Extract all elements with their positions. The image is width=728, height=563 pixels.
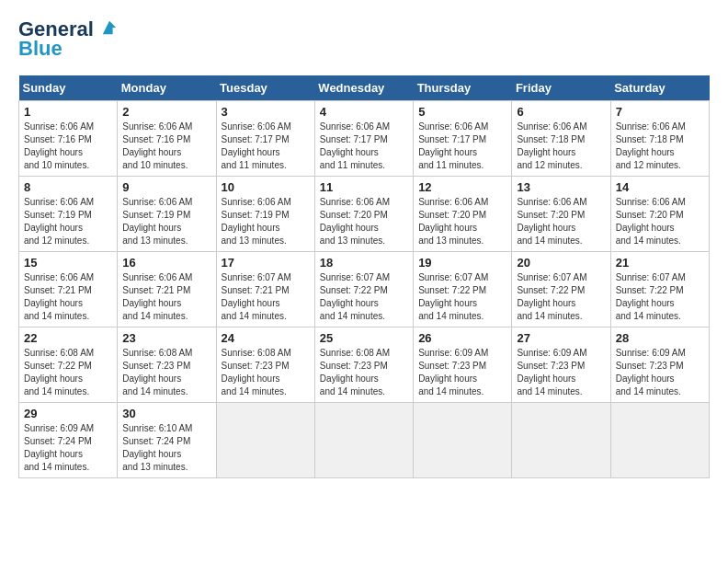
day-number: 27 [517,331,605,345]
calendar-cell: 21 Sunrise: 6:07 AM Sunset: 7:22 PM Dayl… [610,252,709,327]
calendar-cell: 25 Sunrise: 6:08 AM Sunset: 7:23 PM Dayl… [314,327,413,403]
day-info: Sunrise: 6:09 AM Sunset: 7:23 PM Dayligh… [616,347,704,398]
calendar-row-5: 29 Sunrise: 6:09 AM Sunset: 7:24 PM Dayl… [19,403,710,478]
day-number: 13 [517,180,605,194]
calendar-cell: 26 Sunrise: 6:09 AM Sunset: 7:23 PM Dayl… [414,327,512,403]
day-info: Sunrise: 6:07 AM Sunset: 7:22 PM Dayligh… [418,271,506,323]
calendar-cell: 29 Sunrise: 6:09 AM Sunset: 7:24 PM Dayl… [19,403,118,478]
day-info: Sunrise: 6:07 AM Sunset: 7:22 PM Dayligh… [616,271,704,323]
logo: General Blue [18,18,118,61]
logo-icon [101,19,118,36]
calendar-cell: 2 Sunrise: 6:06 AM Sunset: 7:16 PM Dayli… [118,101,216,177]
calendar-body: 1 Sunrise: 6:06 AM Sunset: 7:16 PM Dayli… [19,101,710,478]
calendar-cell: 16 Sunrise: 6:06 AM Sunset: 7:21 PM Dayl… [118,252,216,327]
day-info: Sunrise: 6:07 AM Sunset: 7:21 PM Dayligh… [222,271,310,323]
day-info: Sunrise: 6:06 AM Sunset: 7:20 PM Dayligh… [418,196,506,247]
calendar-cell: 19 Sunrise: 6:07 AM Sunset: 7:22 PM Dayl… [414,252,512,327]
weekday-saturday: Saturday [610,75,709,101]
day-number: 17 [222,256,310,270]
calendar-cell: 15 Sunrise: 6:06 AM Sunset: 7:21 PM Dayl… [19,252,118,327]
calendar-row-1: 1 Sunrise: 6:06 AM Sunset: 7:16 PM Dayli… [19,101,710,177]
day-number: 1 [24,105,112,119]
calendar-cell: 7 Sunrise: 6:06 AM Sunset: 7:18 PM Dayli… [610,101,709,177]
day-number: 20 [517,256,605,270]
calendar-cell: 27 Sunrise: 6:09 AM Sunset: 7:23 PM Dayl… [512,327,610,403]
day-info: Sunrise: 6:06 AM Sunset: 7:17 PM Dayligh… [320,121,408,172]
day-number: 9 [122,180,210,194]
calendar-cell: 3 Sunrise: 6:06 AM Sunset: 7:17 PM Dayli… [216,101,314,177]
day-number: 24 [222,331,310,345]
day-info: Sunrise: 6:06 AM Sunset: 7:19 PM Dayligh… [122,196,210,247]
day-info: Sunrise: 6:09 AM Sunset: 7:24 PM Dayligh… [24,422,112,474]
day-number: 2 [122,105,210,119]
day-info: Sunrise: 6:07 AM Sunset: 7:22 PM Dayligh… [517,271,605,323]
day-info: Sunrise: 6:06 AM Sunset: 7:18 PM Dayligh… [517,121,605,172]
day-info: Sunrise: 6:08 AM Sunset: 7:23 PM Dayligh… [122,347,210,398]
day-number: 29 [24,407,112,420]
day-number: 26 [418,331,506,345]
calendar-cell: 23 Sunrise: 6:08 AM Sunset: 7:23 PM Dayl… [118,327,216,403]
calendar-cell: 18 Sunrise: 6:07 AM Sunset: 7:22 PM Dayl… [314,252,413,327]
day-info: Sunrise: 6:08 AM Sunset: 7:23 PM Dayligh… [320,347,408,398]
calendar-cell: 14 Sunrise: 6:06 AM Sunset: 7:20 PM Dayl… [610,177,709,252]
calendar-cell: 6 Sunrise: 6:06 AM Sunset: 7:18 PM Dayli… [512,101,610,177]
day-number: 16 [122,256,210,270]
calendar-cell [216,403,314,478]
day-info: Sunrise: 6:06 AM Sunset: 7:21 PM Dayligh… [24,271,112,323]
day-number: 6 [517,105,605,119]
svg-marker-0 [103,21,116,34]
day-number: 10 [222,180,310,194]
weekday-tuesday: Tuesday [216,75,314,101]
day-info: Sunrise: 6:08 AM Sunset: 7:22 PM Dayligh… [24,347,112,398]
calendar-row-4: 22 Sunrise: 6:08 AM Sunset: 7:22 PM Dayl… [19,327,710,403]
day-info: Sunrise: 6:07 AM Sunset: 7:22 PM Dayligh… [320,271,408,323]
calendar-cell: 11 Sunrise: 6:06 AM Sunset: 7:20 PM Dayl… [314,177,413,252]
day-info: Sunrise: 6:06 AM Sunset: 7:16 PM Dayligh… [122,121,210,172]
day-number: 11 [320,180,408,194]
weekday-thursday: Thursday [414,75,512,101]
calendar-cell: 17 Sunrise: 6:07 AM Sunset: 7:21 PM Dayl… [216,252,314,327]
calendar-cell [512,403,610,478]
day-number: 22 [24,331,112,345]
day-info: Sunrise: 6:06 AM Sunset: 7:20 PM Dayligh… [616,196,704,247]
calendar-cell: 30 Sunrise: 6:10 AM Sunset: 7:24 PM Dayl… [118,403,216,478]
day-info: Sunrise: 6:06 AM Sunset: 7:18 PM Dayligh… [616,121,704,172]
weekday-friday: Friday [512,75,610,101]
day-info: Sunrise: 6:06 AM Sunset: 7:17 PM Dayligh… [222,121,310,172]
day-number: 12 [418,180,506,194]
day-info: Sunrise: 6:06 AM Sunset: 7:21 PM Dayligh… [122,271,210,323]
day-number: 23 [122,331,210,345]
calendar-cell: 8 Sunrise: 6:06 AM Sunset: 7:19 PM Dayli… [19,177,118,252]
calendar-cell: 5 Sunrise: 6:06 AM Sunset: 7:17 PM Dayli… [414,101,512,177]
weekday-header-row: SundayMondayTuesdayWednesdayThursdayFrid… [19,75,710,101]
calendar-cell: 22 Sunrise: 6:08 AM Sunset: 7:22 PM Dayl… [19,327,118,403]
calendar-cell: 1 Sunrise: 6:06 AM Sunset: 7:16 PM Dayli… [19,101,118,177]
day-info: Sunrise: 6:09 AM Sunset: 7:23 PM Dayligh… [517,347,605,398]
day-number: 8 [24,180,112,194]
day-number: 7 [616,105,704,119]
calendar-cell [610,403,709,478]
page-header: General Blue [18,18,710,61]
weekday-monday: Monday [118,75,216,101]
calendar-cell: 4 Sunrise: 6:06 AM Sunset: 7:17 PM Dayli… [314,101,413,177]
day-number: 4 [320,105,408,119]
day-number: 25 [320,331,408,345]
day-number: 21 [616,256,704,270]
calendar-cell: 12 Sunrise: 6:06 AM Sunset: 7:20 PM Dayl… [414,177,512,252]
calendar-row-3: 15 Sunrise: 6:06 AM Sunset: 7:21 PM Dayl… [19,252,710,327]
day-info: Sunrise: 6:06 AM Sunset: 7:17 PM Dayligh… [418,121,506,172]
day-info: Sunrise: 6:09 AM Sunset: 7:23 PM Dayligh… [418,347,506,398]
day-info: Sunrise: 6:06 AM Sunset: 7:20 PM Dayligh… [517,196,605,247]
day-number: 14 [616,180,704,194]
calendar-cell: 10 Sunrise: 6:06 AM Sunset: 7:19 PM Dayl… [216,177,314,252]
weekday-sunday: Sunday [19,75,118,101]
day-number: 18 [320,256,408,270]
day-info: Sunrise: 6:06 AM Sunset: 7:19 PM Dayligh… [222,196,310,247]
day-info: Sunrise: 6:08 AM Sunset: 7:23 PM Dayligh… [222,347,310,398]
calendar-cell [414,403,512,478]
day-number: 15 [24,256,112,270]
day-info: Sunrise: 6:06 AM Sunset: 7:16 PM Dayligh… [24,121,112,172]
day-info: Sunrise: 6:10 AM Sunset: 7:24 PM Dayligh… [122,422,210,474]
day-number: 30 [122,407,210,420]
day-number: 3 [222,105,310,119]
